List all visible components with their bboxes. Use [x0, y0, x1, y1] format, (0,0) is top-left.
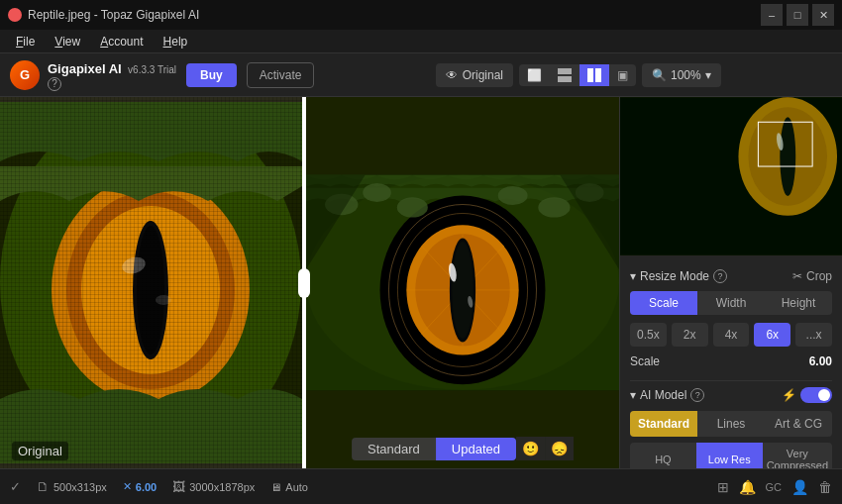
width-mode-btn[interactable]: Width: [697, 291, 765, 315]
resize-help-icon[interactable]: ?: [713, 269, 727, 283]
svg-rect-3: [595, 68, 601, 82]
model-artcg-btn[interactable]: Art & CG: [765, 411, 832, 437]
scale-display: 6.00: [136, 481, 157, 493]
view-single[interactable]: ▣: [609, 64, 636, 86]
app-name: Gigapixel AI: [48, 61, 122, 76]
gc-action-btn[interactable]: GC: [766, 481, 783, 493]
crop-icon: ✂: [792, 269, 802, 283]
ai-model-help-icon[interactable]: ?: [690, 388, 704, 402]
svg-rect-2: [587, 68, 593, 82]
quality-buttons: HQ Low Res Very Compressed: [630, 443, 832, 468]
menu-account[interactable]: Account: [92, 33, 151, 50]
minimize-button[interactable]: –: [761, 4, 783, 26]
pixelated-overlay: [0, 97, 302, 468]
height-mode-btn[interactable]: Height: [765, 291, 832, 315]
auto-icon: 🖥: [270, 481, 281, 493]
grid-action-btn[interactable]: ⊞: [717, 479, 729, 495]
buy-button[interactable]: Buy: [186, 63, 237, 87]
app-icon: [8, 8, 22, 22]
ai-model-buttons: Standard Lines Art & CG: [630, 411, 832, 437]
ai-model-header: ▾ AI Model ? ⚡: [630, 387, 832, 403]
view-split-h[interactable]: [550, 64, 579, 86]
ai-toggle-track[interactable]: [800, 387, 832, 403]
delete-action-btn[interactable]: 🗑: [818, 479, 832, 495]
scale-4x[interactable]: 4x: [713, 323, 750, 347]
window-title: Reptile.jpeg - Topaz Gigapixel AI: [28, 8, 199, 22]
view-toggle-group: ⬜ ▣: [519, 64, 636, 86]
status-auto[interactable]: 🖥 Auto: [270, 481, 308, 493]
app-name-area: Gigapixel AI v6.3.3 Trial ?: [48, 59, 176, 91]
status-check: ✓: [10, 479, 21, 494]
app-logo: G: [10, 60, 40, 90]
status-bar-right: ⊞ 🔔 GC 👤 🗑: [717, 479, 833, 495]
quality-lowres-btn[interactable]: Low Res: [696, 443, 763, 468]
close-button[interactable]: ✕: [812, 4, 834, 26]
svg-rect-1: [558, 76, 572, 82]
menu-help[interactable]: Help: [156, 33, 196, 50]
person-action-btn[interactable]: 👤: [791, 479, 808, 495]
auto-label: Auto: [285, 481, 308, 493]
zoom-icon: 🔍: [652, 68, 667, 82]
speaker-action-btn[interactable]: 🔔: [739, 479, 756, 495]
svg-point-35: [452, 242, 473, 339]
check-icon: ✓: [10, 479, 21, 494]
enhanced-panel: Standard Updated 🙂 😞: [306, 97, 619, 468]
version-badge: v6.3.3 Trial: [128, 64, 176, 75]
scale-row-label: Scale: [630, 354, 660, 368]
model-standard-btn[interactable]: Standard: [630, 411, 697, 437]
ai-model-chevron: ▾: [630, 388, 636, 402]
compare-bar: Standard Updated 🙂 😞: [352, 437, 574, 460]
view-split-v[interactable]: ⬜: [519, 64, 550, 86]
svg-point-39: [363, 183, 391, 202]
divider-1: [630, 380, 832, 381]
scale-cross-icon: ✕: [123, 480, 132, 493]
scale-2x[interactable]: 2x: [672, 323, 708, 347]
ai-toggle: ⚡: [782, 387, 832, 403]
quality-compressed-btn[interactable]: Very Compressed: [763, 443, 832, 468]
crop-label: Crop: [806, 269, 832, 283]
model-lines-btn[interactable]: Lines: [697, 411, 765, 437]
original-image: [0, 97, 302, 468]
scale-custom[interactable]: ...x: [795, 323, 832, 347]
maximize-button[interactable]: □: [787, 4, 808, 26]
lightning-icon: ⚡: [782, 388, 796, 402]
status-output: 🖼 3000x1878px: [172, 479, 255, 494]
compare-standard-label: Standard: [352, 438, 436, 460]
original-view-button[interactable]: 👁 Original: [436, 63, 513, 87]
scale-mode-btn[interactable]: Scale: [630, 291, 697, 315]
svg-point-41: [498, 186, 528, 205]
compare-emoji-sad[interactable]: 😞: [545, 437, 574, 460]
svg-rect-50: [620, 97, 842, 254]
help-icon[interactable]: ?: [48, 77, 61, 91]
menu-file[interactable]: File: [8, 33, 43, 50]
resize-chevron-icon: ▾: [630, 269, 636, 283]
status-file: 🗋 500x313px: [37, 479, 107, 494]
menu-view[interactable]: View: [47, 33, 88, 50]
sidebar: ▾ Resize Mode ? ✂ Crop Scale Width Heigh…: [619, 97, 842, 468]
panel-divider[interactable]: [302, 97, 306, 468]
svg-point-42: [538, 197, 570, 217]
original-label: Original: [463, 68, 503, 82]
resize-mode-title: ▾ Resize Mode ?: [630, 269, 727, 283]
scale-options: 0.5x 2x 4x 6x ...x: [630, 323, 832, 347]
zoom-chevron: ▾: [705, 68, 711, 82]
scale-row: Scale 6.00: [630, 354, 832, 368]
zoom-level: 100%: [671, 68, 701, 82]
activate-button[interactable]: Activate: [247, 62, 315, 88]
scale-6x[interactable]: 6x: [754, 323, 790, 347]
status-bar: ✓ 🗋 500x313px ✕ 6.00 🖼 3000x1878px 🖥 Aut…: [0, 468, 842, 504]
menu-bar: File View Account Help: [0, 30, 842, 53]
ai-model-label: AI Model: [640, 388, 686, 402]
image-area: Original: [0, 97, 619, 468]
quality-hq-btn[interactable]: HQ: [630, 443, 696, 468]
logo-area: G Gigapixel AI v6.3.3 Trial ?: [10, 59, 176, 91]
zoom-button[interactable]: 🔍 100% ▾: [642, 63, 721, 87]
ai-model-title: ▾ AI Model ?: [630, 388, 704, 402]
settings-panel: ▾ Resize Mode ? ✂ Crop Scale Width Heigh…: [620, 255, 842, 468]
compare-updated-label: Updated: [436, 438, 516, 460]
crop-button[interactable]: ✂ Crop: [792, 269, 832, 283]
view-side-by-side[interactable]: [579, 64, 609, 86]
original-label: Original: [12, 442, 68, 460]
scale-05x[interactable]: 0.5x: [630, 323, 667, 347]
compare-emoji-happy[interactable]: 🙂: [516, 437, 545, 460]
